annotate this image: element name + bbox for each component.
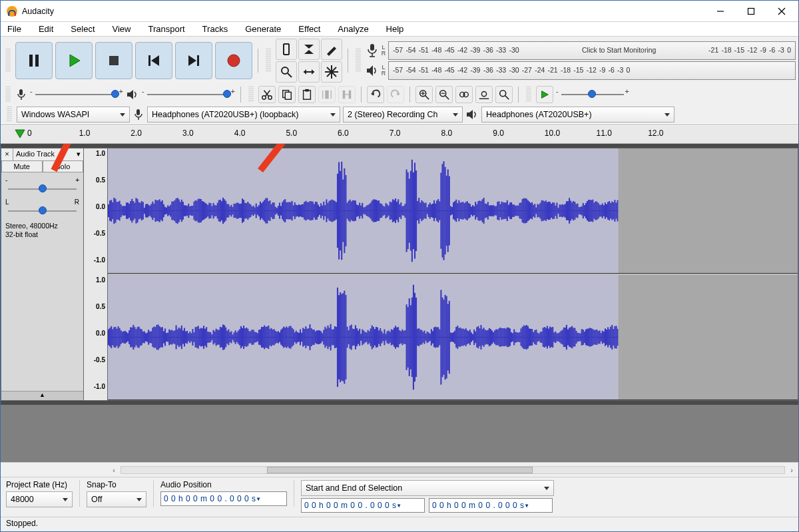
zoom-out-button[interactable] [435, 86, 453, 103]
selection-end-spin[interactable]: 0 0 h 0 0 m 0 0 . 0 0 0 s▾ [429, 498, 553, 513]
svg-rect-129 [184, 205, 185, 216]
play-device-combo[interactable]: Headphones (AT2020USB+) [481, 107, 674, 123]
svg-rect-194 [274, 202, 275, 218]
silence-button[interactable] [338, 86, 356, 103]
svg-rect-326 [455, 200, 457, 222]
draw-tool[interactable] [321, 39, 342, 60]
track-menu-button[interactable]: Audio Track▾ [13, 148, 83, 160]
record-button[interactable] [215, 42, 252, 79]
cut-button[interactable] [258, 86, 276, 103]
svg-rect-498 [178, 328, 180, 347]
zoom-tool[interactable] [276, 61, 297, 83]
waveform-display[interactable] [108, 148, 798, 400]
svg-rect-632 [363, 331, 364, 344]
svg-rect-616 [341, 294, 342, 381]
svg-rect-635 [368, 330, 369, 345]
selection-start-spin[interactable]: 0 0 h 0 0 m 0 0 . 0 0 0 s▾ [301, 498, 425, 513]
svg-rect-212 [298, 204, 300, 217]
minimize-button[interactable] [705, 1, 736, 21]
svg-rect-138 [196, 200, 198, 220]
menu-file[interactable]: File [5, 23, 24, 35]
project-rate-combo[interactable]: 48000 [6, 491, 73, 507]
zoom-in-button[interactable] [415, 86, 433, 103]
svg-rect-83 [121, 204, 122, 217]
menu-analyze[interactable]: Analyze [335, 23, 371, 35]
multi-tool[interactable] [321, 61, 342, 83]
audio-position-spin[interactable]: 0 0 h 0 0 m 0 0 . 0 0 0 s▾ [160, 491, 287, 506]
play-button[interactable] [55, 42, 93, 79]
fit-selection-button[interactable] [455, 86, 473, 103]
svg-rect-751 [527, 326, 529, 349]
redo-button[interactable] [387, 86, 404, 103]
rec-volume-slider[interactable]: -+ [30, 88, 123, 101]
svg-rect-633 [364, 332, 366, 343]
svg-rect-362 [505, 202, 507, 218]
play-at-speed-button[interactable] [536, 86, 553, 103]
fit-project-button[interactable] [475, 86, 493, 103]
copy-button[interactable] [278, 86, 296, 103]
svg-rect-402 [561, 204, 562, 216]
track-collapse-button[interactable]: ▲ [1, 391, 83, 400]
svg-rect-625 [354, 329, 355, 346]
svg-rect-131 [186, 206, 188, 216]
svg-rect-284 [398, 199, 399, 222]
vertical-scale[interactable]: 1.0 0.5 0.0 -0.5 -1.0 1.0 0.5 0.0 -0.5 -… [84, 148, 108, 400]
menu-view[interactable]: View [110, 23, 134, 35]
svg-rect-678 [427, 332, 428, 343]
svg-rect-646 [382, 334, 384, 342]
play-meter[interactable]: -57 -54 -51 -48 -45 -42 -39 -36 -33 -30 … [388, 61, 796, 80]
timeline-ruler[interactable]: 01.02.03.04.05.06.07.08.09.010.011.012.0 [1, 125, 798, 144]
svg-rect-74 [108, 204, 109, 217]
rec-device-combo[interactable]: Headphones (AT2020USB+) (loopback) [147, 107, 340, 123]
timeshift-tool[interactable] [298, 61, 320, 83]
selection-mode-combo[interactable]: Start and End of Selection [301, 480, 554, 496]
svg-rect-786 [575, 331, 577, 344]
play-volume-slider[interactable]: -+ [142, 88, 235, 101]
menu-select[interactable]: Select [68, 23, 97, 35]
maximize-button[interactable] [736, 1, 766, 21]
horizontal-scrollbar[interactable]: ‹ › [1, 462, 798, 477]
menu-transport[interactable]: Transport [145, 23, 187, 35]
menu-help[interactable]: Help [384, 23, 407, 35]
envelope-tool[interactable] [298, 39, 320, 60]
svg-rect-554 [256, 332, 257, 342]
svg-rect-380 [530, 203, 531, 218]
svg-rect-110 [158, 200, 159, 221]
track-close-button[interactable]: × [1, 148, 13, 160]
svg-rect-533 [226, 331, 228, 344]
svg-rect-582 [294, 332, 296, 342]
skip-end-button[interactable] [175, 42, 212, 79]
svg-rect-289 [404, 204, 405, 218]
track-gain-slider[interactable] [5, 184, 79, 194]
mute-button[interactable]: Mute [1, 160, 43, 172]
paste-button[interactable] [298, 86, 316, 103]
undo-button[interactable] [367, 86, 384, 103]
menu-generate[interactable]: Generate [242, 23, 284, 35]
mic-icon[interactable] [366, 43, 379, 59]
snap-to-combo[interactable]: Off [87, 491, 146, 507]
svg-rect-403 [562, 204, 563, 218]
play-speed-slider[interactable]: -+ [556, 88, 629, 101]
pause-button[interactable] [15, 42, 53, 79]
svg-rect-549 [248, 331, 250, 343]
rec-channels-combo[interactable]: 2 (Stereo) Recording Ch [343, 107, 463, 123]
svg-rect-266 [373, 199, 374, 222]
skip-start-button[interactable] [135, 42, 172, 79]
menu-effect[interactable]: Effect [296, 23, 323, 35]
speaker-icon[interactable] [366, 63, 379, 79]
svg-rect-366 [511, 202, 512, 219]
record-meter[interactable]: -57 -54 -51 -48 -45 -42 -39 -36 -33 -30 … [388, 41, 796, 60]
svg-rect-694 [449, 301, 450, 374]
close-button[interactable] [766, 1, 797, 21]
trim-button[interactable] [318, 86, 336, 103]
selection-tool[interactable] [276, 39, 297, 60]
menu-tracks[interactable]: Tracks [200, 23, 231, 35]
solo-button[interactable]: Solo [43, 160, 84, 172]
audio-host-combo[interactable]: Windows WASAPI [17, 107, 130, 123]
menu-edit[interactable]: Edit [36, 23, 56, 35]
svg-rect-796 [589, 328, 591, 346]
track-pan-slider[interactable] [5, 206, 79, 216]
svg-rect-99 [142, 202, 144, 219]
zoom-toggle-button[interactable] [495, 86, 513, 103]
stop-button[interactable] [95, 42, 133, 79]
